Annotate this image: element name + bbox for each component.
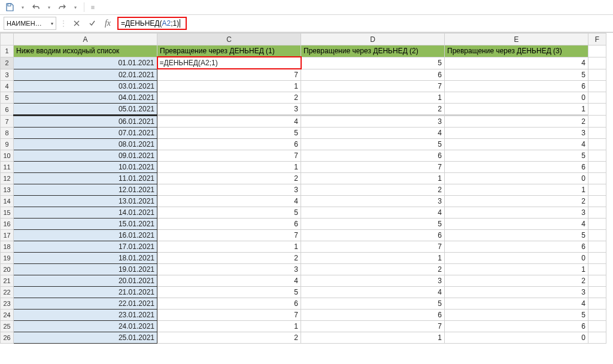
cell-D15[interactable]: 4 [301,207,445,219]
cell-F24[interactable] [588,310,606,321]
formula-input[interactable]: =ДЕНЬНЕД(A2;1) [117,17,187,30]
row-header[interactable]: 21 [1,275,14,287]
cell-C10[interactable]: 7 [157,150,301,162]
cell-A14[interactable]: 13.01.2021 [14,196,157,207]
cell-F22[interactable] [588,287,606,298]
cell-F4[interactable] [588,81,606,92]
cell-F16[interactable] [588,219,606,230]
row-header[interactable]: 11 [1,162,14,173]
cell-E1[interactable]: Превращение через ДЕНЬНЕД (3) [445,46,588,57]
cell-C19[interactable]: 2 [157,253,301,264]
cell-E12[interactable]: 0 [445,173,588,184]
row-header[interactable]: 12 [1,173,14,184]
cell-A23[interactable]: 22.01.2021 [14,298,157,310]
cell-A26[interactable]: 25.01.2021 [14,332,157,344]
cell-F11[interactable] [588,162,606,173]
row-header[interactable]: 20 [1,264,14,275]
cell-E9[interactable]: 4 [445,139,588,150]
cell-C6[interactable]: 3 [157,104,301,116]
cell-C18[interactable]: 1 [157,241,301,253]
cell-F13[interactable] [588,184,606,196]
cancel-formula-button[interactable] [71,17,83,29]
cell-C14[interactable]: 4 [157,196,301,207]
cell-D17[interactable]: 6 [301,230,445,241]
customize-qat-icon[interactable]: ≡ [88,2,98,12]
save-icon[interactable] [5,2,14,12]
cell-D18[interactable]: 7 [301,241,445,253]
cell-E4[interactable]: 6 [445,81,588,92]
row-header[interactable]: 7 [1,116,14,128]
cell-E3[interactable]: 5 [445,69,588,81]
cell-F1[interactable] [588,46,606,57]
cell-C1[interactable]: Превращение через ДЕНЬНЕД (1) [157,46,301,57]
redo-icon[interactable] [57,2,67,12]
cell-A18[interactable]: 17.01.2021 [14,241,157,253]
cell-A17[interactable]: 16.01.2021 [14,230,157,241]
row-header[interactable]: 19 [1,253,14,264]
cell-A20[interactable]: 19.01.2021 [14,264,157,275]
cell-A19[interactable]: 18.01.2021 [14,253,157,264]
cell-C15[interactable]: 5 [157,207,301,219]
row-header[interactable]: 9 [1,139,14,150]
cell-C21[interactable]: 4 [157,275,301,287]
cell-F3[interactable] [588,69,606,81]
cell-E7[interactable]: 2 [445,116,588,128]
cell-E17[interactable]: 5 [445,230,588,241]
cell-D12[interactable]: 1 [301,173,445,184]
cell-D24[interactable]: 6 [301,310,445,321]
cell-D21[interactable]: 3 [301,275,445,287]
cell-D1[interactable]: Превращение через ДЕНЬНЕД (2) [301,46,445,57]
row-header[interactable]: 22 [1,287,14,298]
cell-D9[interactable]: 5 [301,139,445,150]
cell-D10[interactable]: 6 [301,150,445,162]
cell-D5[interactable]: 1 [301,92,445,104]
select-all-corner[interactable] [1,34,14,46]
cell-C8[interactable]: 5 [157,128,301,139]
cell-C16[interactable]: 6 [157,219,301,230]
undo-icon[interactable] [31,2,41,12]
cell-A24[interactable]: 23.01.2021 [14,310,157,321]
column-header-F[interactable]: F [588,34,606,46]
cell-D3[interactable]: 6 [301,69,445,81]
cell-F25[interactable] [588,321,606,332]
column-header-C[interactable]: C [157,34,301,46]
cell-E15[interactable]: 3 [445,207,588,219]
chevron-down-icon[interactable]: ▾ [51,21,53,26]
cell-A4[interactable]: 03.01.2021 [14,81,157,92]
cell-A9[interactable]: 08.01.2021 [14,139,157,150]
cell-A1[interactable]: Ниже вводим исходный список [14,46,157,57]
cell-F23[interactable] [588,298,606,310]
cell-A11[interactable]: 10.01.2021 [14,162,157,173]
cell-F19[interactable] [588,253,606,264]
chevron-down-icon[interactable]: ▾ [18,2,28,12]
cell-A21[interactable]: 20.01.2021 [14,275,157,287]
cell-D8[interactable]: 4 [301,128,445,139]
worksheet-grid[interactable]: A C D E F 1Ниже вводим исходный списокПр… [0,32,613,364]
cell-E16[interactable]: 4 [445,219,588,230]
cell-C20[interactable]: 3 [157,264,301,275]
cell-D7[interactable]: 3 [301,116,445,128]
cell-A2[interactable]: 01.01.2021 [14,57,157,69]
row-header[interactable]: 13 [1,184,14,196]
cell-D2[interactable]: 5 [301,57,445,69]
row-header[interactable]: 18 [1,241,14,253]
row-header[interactable]: 17 [1,230,14,241]
cell-A12[interactable]: 11.01.2021 [14,173,157,184]
cell-C7[interactable]: 4 [157,116,301,128]
cell-E6[interactable]: 1 [445,104,588,116]
cell-C12[interactable]: 2 [157,173,301,184]
cell-E23[interactable]: 4 [445,298,588,310]
cell-C23[interactable]: 6 [157,298,301,310]
cell-E14[interactable]: 2 [445,196,588,207]
cell-D25[interactable]: 7 [301,321,445,332]
cell-C5[interactable]: 2 [157,92,301,104]
row-header[interactable]: 15 [1,207,14,219]
cell-D19[interactable]: 1 [301,253,445,264]
row-header[interactable]: 26 [1,332,14,344]
cell-E13[interactable]: 1 [445,184,588,196]
cell-F12[interactable] [588,173,606,184]
cell-F14[interactable] [588,196,606,207]
cell-D26[interactable]: 1 [301,332,445,344]
cell-A25[interactable]: 24.01.2021 [14,321,157,332]
cell-D22[interactable]: 4 [301,287,445,298]
